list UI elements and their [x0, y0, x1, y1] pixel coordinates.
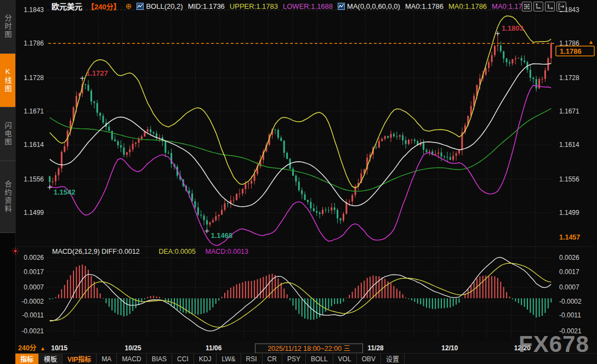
crosshair-tool-icon[interactable] [522, 2, 532, 12]
indicator-segment-6: MA0:1.1786 [448, 2, 487, 10]
price-tick-right: 1.1728 [559, 74, 579, 82]
xaxis-date-label: 12/10 [441, 344, 458, 352]
measure-right-tool-icon[interactable] [545, 2, 555, 12]
price-tick-left: 1.1786 [24, 39, 44, 47]
price-tick-left: 1.1671 [24, 107, 44, 115]
macd-tick-left: 0.0026 [24, 254, 44, 261]
indicator-text: MA(0,0,0,60,0,0) [347, 2, 400, 10]
price-up-arrow: ▲ [588, 39, 594, 45]
left-sidebar: 分时图K线图闪电图合约资料 [0, 0, 16, 364]
indicator-text: LOWER:1.1688 [283, 2, 333, 10]
toolbar-tab-0[interactable]: 指标 [15, 354, 39, 364]
macd-tick-right: -0.0002 [559, 298, 582, 305]
macd-tick-left: -0.0011 [22, 311, 44, 319]
period-label: 【240分】 [87, 1, 121, 12]
chart-tool-buttons [522, 2, 566, 12]
macd-tick-right: 0.0007 [559, 283, 579, 291]
indicator-legend-icon [338, 3, 345, 10]
price-tick-right: 1.1556 [559, 175, 579, 183]
bottom-toolbar: 指标模板VIP指标MAMACDBIASCCIKDJLW&RSICRPSYBOLL… [15, 353, 597, 364]
detach-tool-icon[interactable] [556, 2, 566, 12]
macd-tick-left: -0.0021 [21, 327, 44, 335]
indicator-legend-icon [137, 3, 144, 10]
sidebar-item-time-share-chart[interactable]: 分时图 [0, 0, 15, 54]
toolbar-tab-1[interactable]: 模板 [39, 354, 62, 364]
macd-tick-right: -0.0021 [559, 327, 582, 335]
indicator-text: MA0:1.1786 [405, 2, 444, 10]
price-tick-left: 1.1614 [24, 141, 44, 149]
macd-header-segment: MACD:0.0013 [206, 248, 249, 255]
indicator-text: BOLL(20,2) [146, 2, 183, 10]
toolbar-tab-9[interactable]: RSI [241, 354, 263, 364]
trading-app-window: 1.17271.18031.15421.14681.18431.18431.17… [0, 0, 597, 364]
indicator-text: MA0:1.1786 [448, 2, 487, 10]
toolbar-tab-13[interactable]: VOL [333, 354, 357, 364]
price-tick-left: 1.1556 [24, 175, 44, 183]
toolbar-tab-11[interactable]: PSY [282, 354, 306, 364]
xaxis-date-label: 10/15 [51, 344, 67, 352]
chart-canvas[interactable]: 1.17271.18031.15421.14681.18431.18431.17… [0, 0, 597, 364]
price-annotation: 1.1468 [211, 231, 233, 240]
sidebar-item-contract-info[interactable]: 合约资料 [0, 161, 15, 233]
measure-left-tool-icon[interactable] [533, 2, 543, 12]
toolbar-tab-14[interactable]: OBV [357, 354, 381, 364]
current-price-value: 1.1786 [560, 47, 582, 55]
macd-tick-right: 0.0026 [559, 254, 579, 261]
xaxis-period-label[interactable]: 240分 [18, 344, 37, 352]
price-tick-left: 1.1499 [24, 209, 44, 217]
period-up-arrow[interactable]: ▲ [40, 345, 46, 351]
session-low-label: 1.1457 [559, 234, 580, 241]
indicator-text: MID:1.1736 [188, 2, 225, 10]
price-tick-left: 1.1843 [24, 6, 44, 14]
xaxis-date-label: 12/20 [514, 344, 531, 352]
price-tick-right: 1.1671 [559, 107, 579, 115]
toolbar-tab-15[interactable]: 设置 [381, 354, 405, 364]
price-annotation: 1.1803 [502, 24, 524, 32]
toolbar-tab-7[interactable]: KDJ [194, 354, 217, 364]
toolbar-tab-12[interactable]: BOLL [306, 354, 333, 364]
indicator-text: UPPER:1.1783 [230, 2, 278, 10]
toolbar-tab-6[interactable]: CCI [172, 354, 194, 364]
toolbar-tab-4[interactable]: MACD [117, 354, 146, 364]
tooltip-datetime-text: 2025/11/12 18:00~22:00 三 [268, 345, 350, 352]
sidebar-item-kline-chart[interactable]: K线图 [0, 54, 15, 107]
macd-tick-right: -0.0011 [559, 311, 581, 319]
macd-header-segment: MACD(26,12,9) DIFF:0.0012 [52, 248, 140, 255]
macd-tick-right: 0.0017 [559, 268, 579, 276]
indicator-segment-4: MA(0,0,0,60,0,0) [338, 2, 400, 10]
xaxis-date-label: 10/25 [125, 344, 141, 352]
price-annotation: 1.1727 [86, 69, 108, 77]
indicator-segment-1: MID:1.1736 [188, 2, 225, 10]
macd-tick-left: 0.0017 [24, 268, 44, 276]
macd-tick-left: 0.0007 [24, 283, 44, 291]
indicator-header: 欧元美元 【240分】 ⊕ BOLL(20,2)MID:1.1736UPPER:… [52, 1, 530, 11]
xaxis-date-label: 11/06 [206, 344, 222, 352]
macd-header-segment: DEA:0.0005 [159, 248, 196, 255]
price-annotation: 1.1542 [54, 188, 76, 196]
indicator-segment-0: BOLL(20,2) [137, 2, 183, 10]
price-tick-left: 1.1728 [24, 74, 44, 82]
indicator-segment-2: UPPER:1.1783 [230, 2, 278, 10]
indicator-segment-5: MA0:1.1786 [405, 2, 444, 10]
price-tick-right: 1.1614 [559, 141, 579, 149]
toolbar-tab-5[interactable]: BIAS [147, 354, 172, 364]
toolbar-tab-3[interactable]: MA [96, 354, 117, 364]
price-tick-right: 1.1499 [559, 209, 579, 217]
macd-tick-left: -0.0002 [21, 298, 44, 305]
sidebar-item-lightning-chart[interactable]: 闪电图 [0, 107, 15, 161]
alert-icon [12, 247, 19, 257]
indicator-segment-3: LOWER:1.1688 [283, 2, 333, 10]
toolbar-tab-10[interactable]: CR [263, 354, 282, 364]
xaxis-date-label: 11/28 [367, 344, 384, 352]
toolbar-tab-2[interactable]: VIP指标 [62, 354, 96, 364]
toolbar-tab-8[interactable]: LW& [217, 354, 241, 364]
symbol-name: 欧元美元 [52, 1, 82, 12]
add-indicator-icon[interactable]: ⊕ [126, 2, 132, 10]
